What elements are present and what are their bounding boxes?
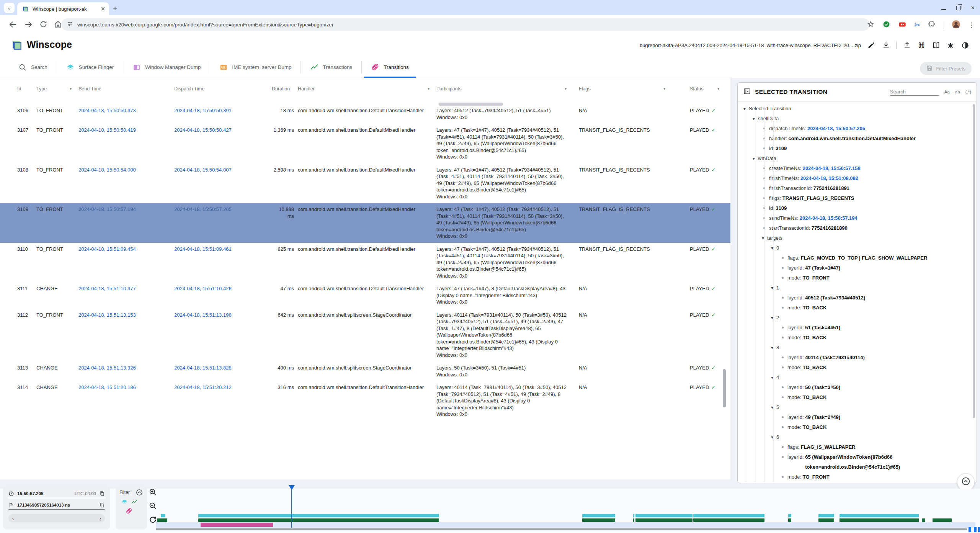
copy-icon[interactable] <box>99 491 105 497</box>
filter-collapse-icon[interactable] <box>136 489 142 495</box>
timeline-segment-transactions[interactable] <box>633 518 634 522</box>
zoom-out-button[interactable] <box>149 502 157 510</box>
filter-caret-icon[interactable]: ▾ <box>663 87 665 91</box>
ns-time-field[interactable]: 1713469857205164013 ns <box>8 501 105 510</box>
table-row[interactable]: 3110TO_FRONT2024-04-18, 15:51:09.4542024… <box>0 243 730 283</box>
collapse-arrow-icon[interactable]: ▾ <box>771 432 776 442</box>
collapse-arrow-icon[interactable]: ▾ <box>771 402 776 412</box>
timeline-segment-surface-flinger[interactable] <box>161 514 165 517</box>
back-icon[interactable] <box>8 20 18 29</box>
browser-tab[interactable]: Winscope | bugreport-ak ✕ <box>17 2 109 15</box>
cell-send-time[interactable]: 2024-04-18, 15:51:13.153 <box>78 312 174 319</box>
cell-dispatch-time[interactable]: 2024-04-18, 15:50:50.427 <box>174 127 272 134</box>
match-word-toggle[interactable]: ab <box>955 90 960 94</box>
table-row[interactable]: 3106TO_FRONT2024-04-18, 15:50:50.3732024… <box>0 104 730 124</box>
collapse-arrow-icon[interactable]: ▾ <box>743 104 749 114</box>
timeline-segment-surface-flinger[interactable] <box>788 514 791 517</box>
tab-window-manager-dump[interactable]: Window Manager Dump <box>123 57 210 78</box>
table-row[interactable]: 3113CHANGE2024-04-18, 15:51:13.3262024-0… <box>0 361 730 381</box>
copy-icon[interactable] <box>99 502 105 508</box>
transactions-filter-icon[interactable] <box>131 499 138 505</box>
cell-dispatch-time[interactable]: 2024-04-18, 15:50:50.391 <box>174 107 272 114</box>
collapse-arrow-icon[interactable]: ▾ <box>771 243 776 253</box>
reload-icon[interactable] <box>39 20 48 29</box>
timeline-segment-surface-flinger[interactable] <box>635 514 693 517</box>
tab-search[interactable]: Search <box>9 57 57 78</box>
timeline-segment-transactions[interactable] <box>582 518 615 522</box>
window-close-button[interactable]: × <box>971 5 975 11</box>
timeline-cursor[interactable] <box>291 486 292 528</box>
edit-icon[interactable] <box>867 41 875 49</box>
timeline-segment-transactions[interactable] <box>788 518 791 522</box>
timeline-segment-transactions[interactable] <box>693 518 764 522</box>
filter-caret-icon[interactable]: ▾ <box>565 87 567 91</box>
cell-send-time[interactable]: 2024-04-18, 15:50:50.373 <box>78 107 174 114</box>
timeline-segment-transactions[interactable] <box>198 518 439 522</box>
human-time-field[interactable]: 15:50:57.205 UTC-04:00 <box>8 489 105 498</box>
tab-surface-flinger[interactable]: Surface Flinger <box>57 57 123 78</box>
timeline-segment-surface-flinger[interactable] <box>840 514 919 517</box>
tab-close-icon[interactable]: ✕ <box>101 6 105 12</box>
extension-scissors-icon[interactable]: ✂ <box>914 21 920 29</box>
profile-avatar[interactable] <box>952 20 960 30</box>
timeline-cursor-handle[interactable] <box>289 485 295 490</box>
table-vertical-scrollbar[interactable] <box>723 369 726 407</box>
collapse-arrow-icon[interactable]: ▾ <box>771 313 776 323</box>
cell-send-time[interactable]: 2024-04-18, 15:51:10.377 <box>78 285 174 292</box>
regex-toggle[interactable]: (.*) <box>965 90 971 94</box>
new-tab-button[interactable]: + <box>113 4 117 13</box>
address-bar[interactable]: winscope.teams.x20web.corp.google.com/pr… <box>61 18 870 31</box>
extensions-puzzle-icon[interactable] <box>928 20 936 30</box>
collapse-arrow-icon[interactable]: ▾ <box>771 373 776 383</box>
collapse-arrow-icon[interactable]: ▾ <box>771 343 776 353</box>
cell-dispatch-time[interactable]: 2024-04-18, 15:51:09.461 <box>174 246 272 253</box>
dark-mode-icon[interactable] <box>961 41 969 49</box>
cell-dispatch-time[interactable]: 2024-04-18, 15:51:20.212 <box>174 384 272 391</box>
upload-icon[interactable] <box>903 41 911 49</box>
property-value[interactable]: 2024-04-18, 15:50:57.158 <box>803 163 861 173</box>
table-row[interactable]: 3109TO_FRONT2024-04-18, 15:50:57.1942024… <box>0 203 730 243</box>
timeline-segment-transactions[interactable] <box>922 518 925 522</box>
documentation-icon[interactable] <box>932 41 940 49</box>
timeline-scrollbar[interactable] <box>156 528 967 530</box>
timeline-segment-surface-flinger[interactable] <box>693 514 764 517</box>
filter-caret-icon[interactable]: ▾ <box>70 87 72 91</box>
table-row[interactable]: 3114CHANGE2024-04-18, 15:51:20.1862024-0… <box>0 381 730 421</box>
timeline-segment-transactions[interactable] <box>157 518 167 522</box>
tab-search-button[interactable]: ⌄ <box>4 3 15 13</box>
reset-zoom-button[interactable] <box>149 515 157 524</box>
search-input[interactable] <box>890 88 939 96</box>
download-icon[interactable] <box>882 41 890 49</box>
timeline-segment-transitions[interactable] <box>201 523 273 527</box>
tab-transactions[interactable]: Transactions <box>301 57 361 78</box>
window-restore-button[interactable] <box>956 6 961 10</box>
prev-entry-icon[interactable]: ‹ <box>12 515 14 521</box>
filter-presets-button[interactable]: Filter Presets <box>920 62 972 75</box>
timeline-segment-surface-flinger[interactable] <box>582 514 615 517</box>
cell-send-time[interactable]: 2024-04-18, 15:51:20.186 <box>78 384 174 391</box>
frame-nav-bar[interactable]: ‹ › <box>8 514 105 522</box>
surface-flinger-filter-icon[interactable] <box>121 499 128 505</box>
transitions-filter-icon[interactable] <box>126 508 132 515</box>
property-value[interactable]: 2024-04-18, 15:51:08.082 <box>800 173 858 183</box>
timeline-segment-surface-flinger[interactable] <box>198 514 439 517</box>
filter-caret-icon[interactable]: ▾ <box>428 87 430 91</box>
forward-icon[interactable] <box>24 20 33 29</box>
table-row[interactable]: 3107TO_FRONT2024-04-18, 15:50:50.4192024… <box>0 124 730 163</box>
shortcuts-icon[interactable]: ⌘ <box>917 41 926 49</box>
match-case-toggle[interactable]: Aa <box>944 90 950 94</box>
browser-menu-icon[interactable]: ⋮ <box>968 21 975 29</box>
filter-caret-icon[interactable]: ▾ <box>717 87 719 91</box>
collapse-arrow-icon[interactable]: ▾ <box>771 283 776 293</box>
timeline-segment-transactions[interactable] <box>635 518 693 522</box>
zoom-in-button[interactable] <box>149 488 157 496</box>
table-row[interactable]: 3108TO_FRONT2024-04-18, 15:50:54.0002024… <box>0 163 730 203</box>
cell-dispatch-time[interactable]: 2024-04-18, 15:50:54.007 <box>174 167 272 173</box>
timeline-segment-transactions[interactable] <box>818 518 834 522</box>
timeline-canvas[interactable] <box>156 484 980 533</box>
collapse-arrow-icon[interactable]: ▾ <box>753 114 758 124</box>
extension-check-icon[interactable] <box>882 20 890 30</box>
property-value[interactable]: 2024-04-18, 15:50:57.205 <box>807 124 865 134</box>
panel-scrollbar[interactable] <box>973 104 975 418</box>
collapse-arrow-icon[interactable]: ▾ <box>762 233 767 243</box>
